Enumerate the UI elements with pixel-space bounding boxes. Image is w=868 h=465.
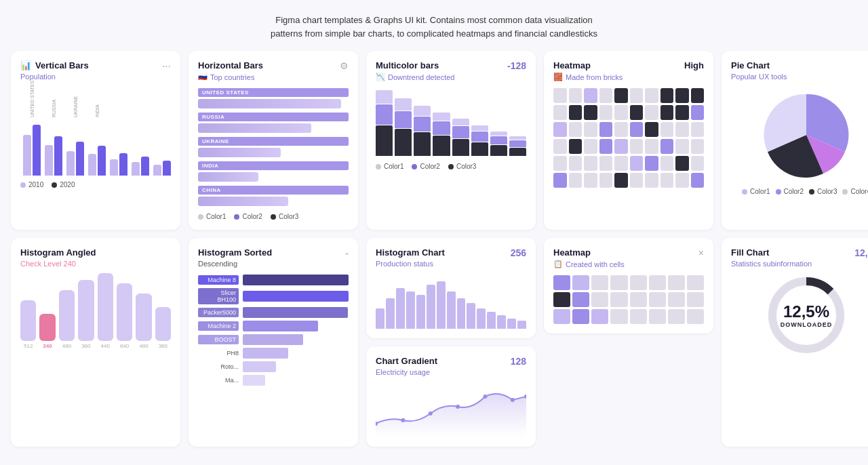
histogram-angled-subtitle: Check Level 240 xyxy=(20,260,76,268)
pie-chart-card: Pie Chart Popular UX tools Color1 Colo xyxy=(722,51,868,230)
vertical-bars-title: Vertical Bars xyxy=(35,60,89,70)
fill-chart-value: 12,5% xyxy=(854,247,868,258)
chart-gradient-visual xyxy=(376,383,526,437)
hbar-label-2: UKRAINE xyxy=(198,137,349,146)
angled-bar-360a: 360 xyxy=(78,280,94,349)
sorted-bars-list: Machine 8 Slicer BH100 Packer5000 Machin… xyxy=(198,275,349,386)
legend-color2: Color2 xyxy=(242,213,262,220)
svg-point-4 xyxy=(483,395,487,399)
histogram-sorted-title: Histogram Sorted xyxy=(198,247,272,258)
vertical-bars-card: 📊 Vertical Bars Population ··· UNITED ST… xyxy=(11,51,180,230)
col4-row2-stack: Heatmap 📋 Created with cells × xyxy=(544,238,713,447)
year-2020: 2020 xyxy=(60,181,75,188)
pie-chart-container xyxy=(731,87,868,182)
fill-chart-subtitle: Statistics subinformation xyxy=(731,260,812,268)
vertical-bars-menu[interactable]: ··· xyxy=(162,60,171,73)
heatmap1-subtitle: Made from bricks xyxy=(566,73,623,81)
histogram-sorted-card: Histogram Sorted Descending - Machine 8 … xyxy=(189,238,358,447)
multicolor-legend: Color1 Color2 Color3 xyxy=(376,163,526,170)
heatmap1-icon: 🧱 xyxy=(553,73,563,81)
pie-color3: Color3 xyxy=(817,188,837,195)
vertical-bars-legend: 2010 2020 xyxy=(20,181,171,188)
chart-gradient-subtitle: Electricity usage xyxy=(376,368,430,376)
donut-label: DOWNLOADED xyxy=(781,321,833,328)
angled-bar-440: 440 xyxy=(98,273,113,349)
header-line1: Figma chart templates & Graphs UI kit. C… xyxy=(0,14,868,27)
hbar-label-1: RUSSIA xyxy=(198,113,349,121)
heatmap1-card: Heatmap 🧱 Made from bricks High xyxy=(544,51,713,230)
svg-point-2 xyxy=(429,411,433,416)
histogram-angled-card: Histogram Angled Check Level 240 512 240… xyxy=(11,238,180,447)
angled-bar-480b: 480 xyxy=(136,294,151,349)
page-header: Figma chart templates & Graphs UI kit. C… xyxy=(0,0,868,51)
flag-icon: 🇷🇺 xyxy=(198,73,208,81)
fill-chart-card: Fill Chart Statistics subinformation 12,… xyxy=(722,238,868,447)
pie-chart-subtitle: Popular UX tools xyxy=(731,73,787,81)
multicolor-bars-value: -128 xyxy=(507,60,526,71)
hbar-item: UNITED STATES xyxy=(198,88,349,108)
hbar-label-4: CHINA xyxy=(198,186,349,195)
multicolor-bars-subtitle: Downtrend detected xyxy=(388,73,454,81)
heatmap2-close[interactable]: × xyxy=(698,247,704,258)
hbar-item: RUSSIA xyxy=(198,113,349,133)
heatmap1-badge: High xyxy=(684,60,704,70)
chart-gradient-value: 128 xyxy=(511,356,526,367)
horizontal-bars-title: Horizontal Bars xyxy=(198,60,263,70)
svg-point-3 xyxy=(456,405,460,409)
hbar-item: CHINA xyxy=(198,186,349,206)
fill-chart-visual: 12,5% DOWNLOADED xyxy=(731,275,868,356)
bar-chart-icon: 📊 xyxy=(20,60,31,70)
histogram-sorted-menu[interactable]: - xyxy=(345,247,349,260)
donut-value: 12,5% xyxy=(781,302,833,321)
multicolor-bars-card: Multicolor bars 📉 Downtrend detected -12… xyxy=(366,51,536,230)
legend-color1: Color1 xyxy=(206,213,226,220)
pie-color1: Color1 xyxy=(750,188,770,195)
header-line2: patterns from simple bar charts, to comp… xyxy=(0,27,868,41)
year-2010: 2010 xyxy=(28,181,43,188)
svg-point-1 xyxy=(401,418,405,422)
fill-chart-title: Fill Chart xyxy=(731,247,769,258)
angled-bar-360b: 360 xyxy=(155,307,171,349)
pie-chart-title: Pie Chart xyxy=(731,60,770,70)
angled-bar-240: 240 xyxy=(39,314,55,349)
hbar-item: UKRAINE xyxy=(198,137,349,157)
histogram-chart-card: Histogram Chart Production status 256 xyxy=(366,238,536,338)
horizontal-bars-subtitle: Top countries xyxy=(210,73,254,81)
mc-color1: Color1 xyxy=(384,163,403,170)
histogram-sorted-subtitle: Descending xyxy=(198,260,237,268)
heatmap2-grid xyxy=(553,275,704,324)
mc-color2: Color2 xyxy=(420,163,439,170)
angled-bar-480: 480 xyxy=(59,290,75,349)
pie-color4: Color4 xyxy=(850,188,868,195)
vertical-bars-chart: UNITED STATES RUSSIA UKRAINE INDIA xyxy=(20,87,171,176)
svg-point-5 xyxy=(511,398,515,402)
horizontal-bars-card: Horizontal Bars 🇷🇺 Top countries ⚙ UNITE… xyxy=(189,51,358,230)
histogram-chart-subtitle: Production status xyxy=(376,260,433,268)
hbar-item: INDIA xyxy=(198,161,349,182)
heatmap1-grid xyxy=(553,88,704,188)
col3-row2-stack: Histogram Chart Production status 256 xyxy=(366,238,536,447)
hbar-label-0: UNITED STATES xyxy=(198,88,349,97)
hbar-label-3: INDIA xyxy=(198,161,349,170)
multicolor-bars-chart xyxy=(376,88,526,156)
heatmap2-title: Heatmap xyxy=(553,247,591,258)
histogram-mini-bars xyxy=(376,275,526,329)
chart-gradient-card: Chart Gradient Electricity usage 128 xyxy=(366,346,536,447)
chart-gradient-title: Chart Gradient xyxy=(376,356,437,366)
horizontal-bars-gear[interactable]: ⚙ xyxy=(340,60,349,71)
heatmap2-icon: 📋 xyxy=(553,260,563,268)
histogram-chart-value: 256 xyxy=(511,247,526,258)
angled-bar-640: 640 xyxy=(117,283,132,349)
heatmap1-title: Heatmap xyxy=(553,60,591,70)
pie-color2: Color2 xyxy=(784,188,804,195)
mc-color3: Color3 xyxy=(456,163,476,170)
horizontal-bars-list: UNITED STATES RUSSIA UKRAINE INDIA CHINA xyxy=(198,88,349,206)
legend-color3: Color3 xyxy=(279,213,298,220)
downtrend-icon: 📉 xyxy=(376,73,385,81)
heatmap2-card: Heatmap 📋 Created with cells × xyxy=(544,238,713,333)
horizontal-bars-legend: Color1 Color2 Color3 xyxy=(198,213,349,220)
histogram-chart-title: Histogram Chart xyxy=(376,247,445,258)
pie-chart-legend: Color1 Color2 Color3 Color4 xyxy=(731,188,868,195)
heatmap2-subtitle: Created with cells xyxy=(566,260,625,268)
multicolor-bars-title: Multicolor bars xyxy=(376,60,439,70)
